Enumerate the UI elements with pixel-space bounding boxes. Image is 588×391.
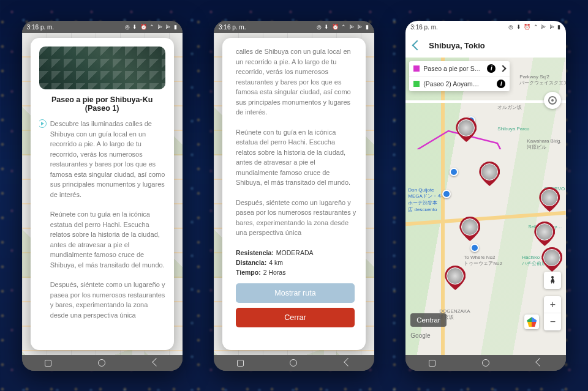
zoom-controls: + −: [544, 296, 561, 330]
meta-tiempo: Tiempo:2 Horas: [233, 267, 357, 277]
nav-recent-icon[interactable]: [429, 360, 435, 367]
android-nav-bar: [405, 355, 566, 371]
status-icons: ◎ ⬇ ⏰ ⌃ ⫸ ⫸ ▮: [317, 24, 369, 30]
meta-distancia: Distancia:4 km: [233, 258, 357, 267]
map-tour-pin[interactable]: [459, 217, 480, 241]
nav-back-icon[interactable]: [152, 358, 160, 367]
map-tour-pin[interactable]: [456, 117, 477, 142]
status-bar: 3:16 p. m. ◎ ⬇ ⏰ ⌃ ⫸ ⫸ ▮: [214, 21, 374, 33]
nav-recent-icon[interactable]: [237, 360, 244, 367]
recenter-button[interactable]: Centrar: [410, 313, 446, 327]
tour-paragraph-0: calles de Shibuya con un guía local en u…: [233, 47, 357, 117]
map-label-donki: Don Quijote MEGAドン・キ ホーテ渋谷本 店 descuento: [408, 187, 442, 213]
back-arrow-icon[interactable]: [412, 40, 421, 50]
legend-swatch-magenta: [413, 65, 420, 72]
crosshair-icon: [548, 96, 557, 105]
tour-paragraph-3: Después, siéntete como un lugareño y pas…: [39, 280, 165, 320]
info-icon[interactable]: i: [497, 80, 505, 88]
chevron-right-icon: [500, 65, 507, 72]
map-tour-pin[interactable]: [541, 247, 562, 272]
map-poi-pin[interactable]: [470, 244, 481, 255]
android-nav-bar: [214, 355, 374, 371]
nav-home-icon[interactable]: [290, 359, 297, 367]
phone-screenshot-1: 3:16 p. m. ◎ ⬇ ⏰ ⌃ ⫸ ⫸ ▮ Paseo a pie por…: [22, 21, 183, 371]
tour-paragraph-1: Reúnete con tu guía en la icónica estatu…: [233, 127, 357, 188]
status-time: 3:16 p. m.: [27, 24, 54, 31]
status-icons: ◎ ⬇ ⏰ ⌃ ⫸ ⫸ ▮: [508, 24, 561, 30]
map-tour-pin[interactable]: [479, 162, 500, 186]
map-tour-pin[interactable]: [534, 222, 555, 246]
map-tour-pin[interactable]: [445, 266, 466, 290]
meta-resistencia: Resistencia:MODERADA: [233, 248, 357, 258]
nav-recent-icon[interactable]: [45, 360, 51, 367]
nav-back-icon[interactable]: [344, 358, 352, 367]
map-poi-pin[interactable]: [442, 190, 453, 201]
tour-paragraph-2: Después, siéntete como un lugareño y pas…: [233, 198, 357, 238]
status-icons: ◎ ⬇ ⏰ ⌃ ⫸ ⫸ ▮: [125, 24, 178, 30]
legend-item-1[interactable]: Paseo a pie por S… i: [409, 61, 510, 76]
status-time: 3:16 p. m.: [219, 24, 246, 31]
tour-title: Paseo a pie por Shibuya-Ku (Paseo 1): [39, 95, 165, 119]
phone-screenshot-3: 3:16 p. m. ◎ ⬇ ⏰ ⌃ ⫸ ⫸ ▮ Shibuya Parco P…: [405, 21, 566, 371]
tour-hero-image: [39, 47, 165, 89]
tour-paragraph-2: Reúnete con tu guía en la icónica estatu…: [39, 209, 165, 270]
map-view[interactable]: Shibuya Parco Parkway Sq'2 パークウェイスクエア2 K…: [405, 33, 566, 355]
nav-home-icon[interactable]: [482, 359, 489, 367]
tour-paragraph-1: Descubre las iluminadas calles de Shibuy…: [39, 119, 165, 199]
status-time: 3:16 p. m.: [410, 24, 437, 31]
audio-play-icon[interactable]: [39, 119, 47, 128]
map-label-towhere: To Where No2 トゥーウェアNo2: [464, 255, 502, 267]
map-canvas[interactable]: Shibuya Parco Parkway Sq'2 パークウェイスクエア2 K…: [405, 58, 566, 355]
info-icon[interactable]: i: [487, 64, 496, 73]
show-route-button[interactable]: Mostrar ruta: [236, 283, 355, 303]
map-tour-pin[interactable]: [539, 187, 560, 212]
status-bar: 3:16 p. m. ◎ ⬇ ⏰ ⌃ ⫸ ⫸ ▮: [405, 21, 566, 33]
nav-home-icon[interactable]: [98, 359, 105, 367]
google-logo: Google: [410, 332, 430, 339]
map-title: Shibuya, Tokio: [429, 41, 485, 50]
google-maps-button[interactable]: [524, 315, 539, 329]
route-legend: Paseo a pie por S… i (Paseo 2) Aoyam… i: [409, 61, 510, 91]
close-button[interactable]: Cerrar: [236, 308, 355, 327]
legend-swatch-green: [413, 81, 420, 87]
map-top-bar: Shibuya, Tokio: [405, 33, 566, 58]
walker-icon: [548, 276, 557, 285]
zoom-in-button[interactable]: +: [544, 296, 561, 313]
phone-screenshot-2: 3:16 p. m. ◎ ⬇ ⏰ ⌃ ⫸ ⫸ ▮ calles de Shibu…: [214, 21, 374, 371]
status-bar: 3:16 p. m. ◎ ⬇ ⏰ ⌃ ⫸ ⫸ ▮: [22, 21, 183, 33]
zoom-out-button[interactable]: −: [544, 313, 561, 330]
legend-item-2[interactable]: (Paseo 2) Aoyam… i: [409, 76, 510, 91]
nav-back-icon[interactable]: [536, 358, 545, 367]
map-poi-pin[interactable]: [450, 168, 461, 179]
streetview-button[interactable]: [544, 272, 561, 289]
android-nav-bar: [22, 355, 183, 371]
tour-detail-card-scrolled: calles de Shibuya con un guía local en u…: [222, 38, 366, 350]
tour-detail-card: Paseo a pie por Shibuya-Ku (Paseo 1) Des…: [31, 38, 174, 350]
